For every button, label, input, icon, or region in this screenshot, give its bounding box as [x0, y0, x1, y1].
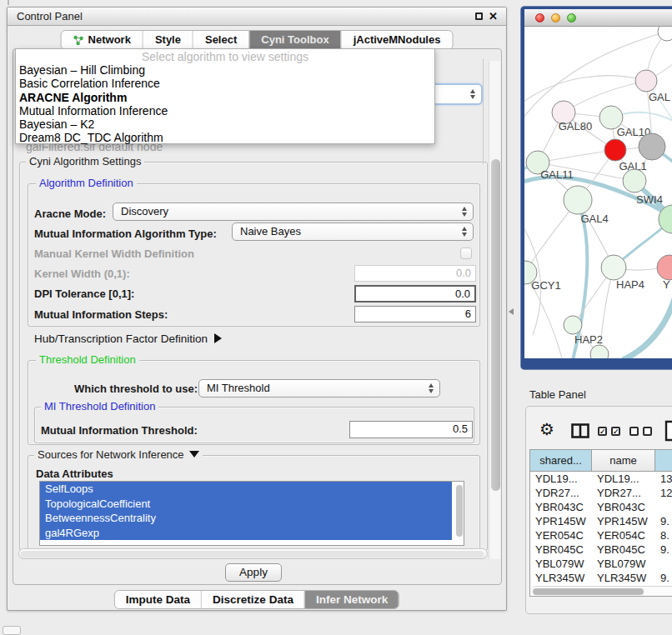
settings-scrollbar-track[interactable] [489, 61, 500, 559]
node-hap2[interactable] [564, 316, 582, 334]
mi-threshold-field[interactable]: 0.5 [349, 421, 473, 438]
dpi-tolerance-field[interactable]: 0.0 [354, 285, 476, 302]
apply-button[interactable]: Apply [225, 563, 282, 582]
mi-steps-field[interactable]: 6 [354, 306, 476, 322]
table-row[interactable]: YLR345WYLR345W9. [530, 571, 672, 585]
algorithm-option-aracne-algorithm[interactable]: ARACNE Algorithm [16, 91, 434, 104]
data-attributes-label: Data Attributes [36, 468, 113, 480]
node-gal1[interactable] [604, 139, 626, 161]
minimize-button[interactable] [551, 13, 560, 22]
tab-infer-network[interactable]: Infer Network [304, 591, 399, 608]
mi-threshold-group-title: MI Threshold Definition [41, 401, 158, 412]
algorithm-option-bayesian-hill-climbing[interactable]: Bayesian – Hill Climbing [16, 63, 434, 77]
attribute-item-betweennesscentrality[interactable]: BetweennessCentrality [40, 511, 452, 526]
algorithm-option-bayesian-k2[interactable]: Bayesian – K2 [16, 118, 434, 131]
node-unlabeled[interactable] [639, 133, 665, 160]
gear-icon[interactable]: ⚙ [539, 421, 554, 438]
network-view-window: GALGAL80GAL10GAL1SWI4GAL11GAL4GCY1HAP4YH… [521, 7, 672, 369]
cyni-settings-title: Cyni Algorithm Settings [26, 156, 144, 168]
aracne-mode-combobox[interactable]: Discovery [113, 202, 474, 221]
tab-network[interactable]: Network [62, 31, 143, 49]
tab-label: Select [205, 31, 237, 49]
tab-label: Cyni Toolbox [261, 31, 328, 49]
stepper-icon [462, 207, 468, 217]
kernel-width-label: Kernel Width (0,1): [34, 268, 130, 280]
node-label-gal80: GAL80 [559, 120, 592, 132]
table-row[interactable]: YBR043CYBR043C [530, 500, 672, 514]
dropdown-placeholder: Select algorithm to view settings [16, 49, 434, 63]
kernel-width-field[interactable]: 0.0 [354, 265, 476, 282]
panel-divider-collapse-icon[interactable] [509, 308, 514, 315]
node-hap4[interactable] [601, 255, 626, 280]
control-panel-titlebar[interactable]: Control Panel ✕ [8, 8, 506, 26]
network-canvas[interactable]: GALGAL80GAL10GAL1SWI4GAL11GAL4GCY1HAP4YH… [524, 27, 672, 358]
table-row[interactable]: YER054CYER054C8. [530, 528, 672, 542]
algorithm-option-mutual-information-inference[interactable]: Mutual Information Inference [16, 104, 434, 118]
tab-impute-data[interactable]: Impute Data [115, 591, 201, 608]
table-panel: ⚙ ✓✓ shared...name YDL19...YDL19...13YDR… [525, 406, 672, 614]
checked-boxes-icon[interactable]: ✓✓ [598, 427, 620, 436]
tab-label: Network [88, 31, 131, 49]
node-label-swi4: SWI4 [636, 193, 663, 206]
table-row[interactable]: YBR045CYBR045C9. [530, 542, 672, 557]
table-hscrollbar-track[interactable] [531, 586, 672, 596]
table-cell: YER054C [592, 528, 655, 542]
tab-cyni-toolbox[interactable]: Cyni Toolbox [248, 31, 340, 49]
node-swi4[interactable] [623, 169, 646, 192]
algorithm-option-basic-correlation-inference[interactable]: Basic Correlation Inference [16, 77, 434, 90]
mi-type-label: Mutual Information Algorithm Type: [34, 228, 217, 240]
stepper-icon [470, 89, 476, 99]
tab-select[interactable]: Select [193, 31, 248, 49]
edge-fragment [3, 626, 21, 635]
table-hscrollbar-thumb[interactable] [533, 588, 644, 595]
control-panel-window: Control Panel ✕ NetworkStyleSelectCyni T… [7, 7, 507, 611]
table-row[interactable]: YPR145WYPR145W9. [530, 514, 672, 528]
settings-hscrollbar-track[interactable] [18, 548, 488, 559]
table-row[interactable]: YBL079WYBL079W [530, 557, 672, 571]
table-cell: 9. [655, 542, 672, 557]
table-row[interactable]: YDR27...YDR27...12 [530, 486, 672, 500]
column-header-2[interactable] [655, 450, 672, 471]
table-row[interactable]: YDL19...YDL19...13 [530, 472, 672, 486]
close-button[interactable] [535, 13, 544, 22]
node-unlabeled[interactable] [658, 27, 672, 41]
node-table: shared...name YDL19...YDL19...13YDR27...… [529, 449, 672, 597]
column-header-name[interactable]: name [592, 450, 655, 471]
manual-kernel-checkbox[interactable] [460, 248, 472, 259]
settings-hscrollbar-thumb[interactable] [21, 551, 484, 558]
table-panel-title: Table Panel [529, 388, 586, 401]
node-gal[interactable] [635, 70, 657, 92]
zoom-button[interactable] [567, 13, 576, 22]
node-y[interactable] [657, 255, 672, 280]
column-header-shared-[interactable]: shared... [530, 450, 592, 471]
float-window-icon[interactable] [475, 12, 483, 20]
document-icon[interactable] [664, 420, 672, 445]
tab-jactivemnodules[interactable]: jActiveMNodules [341, 31, 453, 49]
close-icon[interactable]: ✕ [489, 10, 498, 22]
which-threshold-combobox[interactable]: MI Threshold [198, 379, 440, 398]
attribute-item-selfloops[interactable]: SelfLoops [40, 482, 452, 497]
mi-type-combobox[interactable]: Naive Bayes [232, 222, 474, 241]
attribute-item-gal4rgexp[interactable]: gal4RGexp [40, 526, 452, 541]
split-columns-icon[interactable] [571, 423, 589, 442]
tab-style[interactable]: Style [143, 31, 193, 49]
expand-arrow-icon [214, 333, 222, 343]
threshold-group-title: Threshold Definition [36, 354, 139, 366]
sources-group-title[interactable]: Sources for Network Inference [34, 449, 203, 461]
node-gal4[interactable] [564, 186, 592, 214]
unchecked-boxes-icon[interactable] [629, 427, 652, 436]
hub-definition-toggle[interactable]: Hub/Transcription Factor Definition [34, 332, 222, 345]
table-cell: YDL19... [592, 472, 655, 486]
cyni-bottom-tabs: Impute DataDiscretize DataInfer Network [114, 590, 399, 609]
attributes-scrollbar-thumb[interactable] [456, 485, 463, 537]
dpi-tolerance-label: DPI Tolerance [0,1]: [34, 288, 134, 300]
table-combobox-partial[interactable]: galFiltered.sif default node [26, 144, 351, 157]
which-threshold-label: Which threshold to use: [74, 382, 198, 395]
settings-scrollbar-thumb[interactable] [491, 159, 500, 491]
tab-discretize-data[interactable]: Discretize Data [201, 591, 304, 608]
attribute-item-topologicalcoefficient[interactable]: TopologicalCoefficient [40, 497, 452, 512]
network-window-titlebar[interactable] [524, 9, 672, 27]
table-cell: YBL079W [592, 557, 655, 571]
algorithm-option-dream8-dc-tdc-algorithm[interactable]: Dream8 DC_TDC Algorithm [16, 131, 434, 144]
group-border-fragment [483, 59, 484, 164]
